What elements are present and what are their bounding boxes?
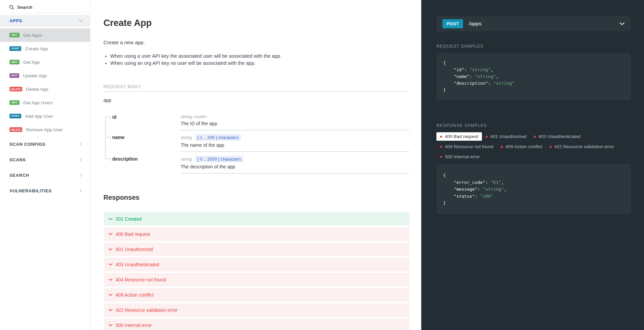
tab-403-unauthenticated[interactable]: 403 Unauthenticated [530, 132, 584, 141]
method-badge-get: GET [9, 60, 20, 64]
responses-title: Responses [103, 194, 409, 201]
response-row-401[interactable]: 401 Unauthorized [104, 243, 409, 256]
chevron-down-icon [109, 278, 113, 281]
tab-404-resource-not-found[interactable]: 404 Resource not found [436, 142, 497, 151]
sidebar-section-apps[interactable]: APPS [0, 15, 90, 27]
response-row-500[interactable]: 500 Internal error [104, 319, 409, 330]
tab-400-bad-request[interactable]: 400 Bad request [436, 132, 482, 141]
sidebar-item-get-app-users[interactable]: GET Get App Users [0, 96, 90, 109]
sidebar-section-scans[interactable]: SCANS [0, 152, 90, 167]
field-details: string [ 0 .. 2000 ] characters The desc… [181, 156, 409, 173]
schema-fields: id string <uuid> The ID of the app name … [103, 114, 409, 173]
chevron-down-icon [79, 20, 83, 22]
sidebar-item-remove-app-user[interactable]: DELETE Remove App User [0, 123, 90, 136]
responses-list: 201 Created 400 Bad request 401 Unauthor… [104, 212, 409, 330]
status-dot [440, 146, 442, 148]
samples-panel: POST /apps REQUEST SAMPLES { "id": "stri… [421, 0, 644, 330]
method-badge-post: POST [9, 114, 21, 118]
sidebar-section-vulnerabilities[interactable]: VULNERABILITIES [0, 183, 90, 198]
endpoint-path: /apps [469, 21, 482, 27]
api-docs-app: APPS GET Get Apps POST Create App GET Ge… [0, 0, 644, 330]
sidebar-item-label: Get App [23, 60, 40, 65]
endpoint-description: Create a new app. [103, 39, 409, 45]
method-badge-get: GET [9, 100, 20, 105]
chevron-right-icon [80, 189, 82, 193]
section-label: APPS [9, 18, 22, 23]
status-dot [440, 156, 442, 158]
search-field[interactable] [9, 5, 85, 13]
sidebar-section-scan-configs[interactable]: SCAN CONFIGS [0, 136, 90, 152]
sidebar-item-get-app[interactable]: GET Get App [0, 55, 90, 69]
response-row-201[interactable]: 201 Created [104, 212, 409, 226]
chevron-down-icon [109, 294, 113, 296]
method-badge-post: POST [9, 46, 21, 51]
field-name: name [103, 134, 181, 152]
sidebar-section-search[interactable]: SEARCH [0, 167, 90, 183]
section-label: SEARCH [9, 173, 29, 178]
search-icon [9, 5, 14, 10]
schema-name: app [103, 98, 409, 103]
field-details: string <uuid> The ID of the app [181, 114, 409, 130]
sidebar-item-label: Remove App User [26, 127, 63, 132]
response-row-409[interactable]: 409 Action conflict [104, 288, 409, 302]
field-row-description: description string [ 0 .. 2000 ] charact… [103, 156, 409, 173]
chevron-down-icon [109, 309, 113, 311]
field-description: The name of the app [181, 142, 409, 148]
chevron-right-icon [80, 158, 82, 162]
sidebar-item-create-app[interactable]: POST Create App [0, 42, 90, 55]
sidebar: APPS GET Get Apps POST Create App GET Ge… [0, 0, 90, 330]
response-samples-label: RESPONSE SAMPLES [436, 123, 644, 128]
chevron-right-icon [80, 142, 82, 146]
tab-409-action-conflict[interactable]: 409 Action conflict [497, 142, 546, 151]
chevron-down-icon [109, 324, 113, 327]
sidebar-item-label: Create App [25, 46, 48, 51]
request-body-label: REQUEST BODY [103, 84, 409, 92]
tab-422-resource-validation-error[interactable]: 422 Resource validation error [546, 142, 618, 151]
tab-500-internal-error[interactable]: 500 Internal error [436, 153, 484, 161]
sidebar-item-get-apps[interactable]: GET Get Apps [0, 28, 90, 42]
bullet-dot [105, 63, 106, 64]
method-badge-put: PUT [9, 73, 19, 78]
response-sample-tabs: 400 Bad request 401 Unauthorized 403 Una… [436, 132, 635, 161]
method-badge-delete: DELETE [9, 127, 22, 132]
sidebar-item-label: Get Apps [23, 33, 42, 38]
section-label: SCANS [9, 157, 26, 162]
sidebar-item-label: Add App User [25, 114, 53, 119]
section-label: SCAN CONFIGS [9, 142, 45, 147]
status-dot [550, 146, 552, 148]
chevron-down-icon [619, 22, 625, 25]
minus-icon [109, 219, 113, 220]
sidebar-item-delete-app[interactable]: DELETE Delete App [0, 82, 90, 96]
status-dot [486, 136, 488, 138]
field-type: string [181, 135, 192, 140]
sidebar-endpoints: GET Get Apps POST Create App GET Get App… [0, 28, 90, 136]
response-row-403[interactable]: 403 Unauthenticated [104, 258, 409, 271]
endpoint-selector[interactable]: POST /apps [436, 16, 631, 31]
note-item: When using a user API key the associated… [103, 53, 409, 60]
response-row-404[interactable]: 404 Resource not found [104, 273, 409, 286]
sidebar-item-update-app[interactable]: PUT Update App [0, 69, 90, 82]
field-description: The description of the app [181, 164, 409, 169]
sidebar-item-add-app-user[interactable]: POST Add App User [0, 109, 90, 123]
request-sample-code: { "id": "string", "name": "string", "des… [436, 53, 631, 100]
field-name: id [103, 114, 181, 130]
field-type: string [181, 157, 192, 162]
response-row-422[interactable]: 422 Resource validation error [104, 303, 409, 317]
chevron-down-icon [109, 263, 113, 266]
method-badge-delete: DELETE [9, 87, 22, 91]
tab-401-unauthorized[interactable]: 401 Unauthorized [482, 132, 530, 141]
main-content: Create App Create a new app. When using … [90, 0, 421, 330]
field-constraint: [ 0 .. 2000 ] characters [195, 156, 243, 162]
chevron-right-icon [80, 173, 82, 177]
response-row-400[interactable]: 400 Bad request [104, 227, 409, 241]
status-dot [501, 146, 503, 148]
field-description: The ID of the app [181, 121, 409, 126]
sidebar-item-label: Get App Users [23, 100, 53, 105]
field-row-name: name string [ 1 .. 200 ] characters The … [103, 134, 409, 152]
section-label: VULNERABILITIES [9, 188, 52, 193]
status-dot [534, 136, 536, 138]
sidebar-item-label: Update App [23, 73, 47, 78]
field-type: string <uuid> [181, 114, 207, 119]
response-sample-code: { "error_code": "E1", "message": "string… [436, 164, 631, 214]
search-input[interactable] [17, 5, 71, 10]
